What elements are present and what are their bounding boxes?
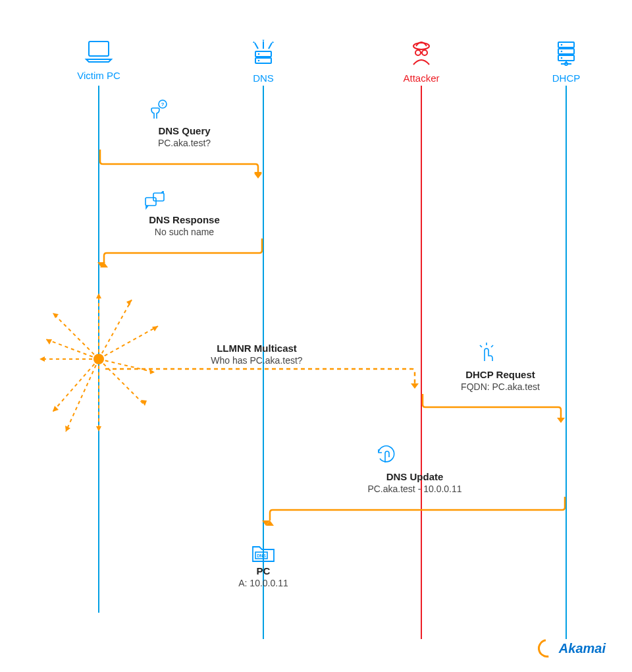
msg-title: DNS Update: [329, 471, 500, 482]
svg-point-3: [258, 53, 260, 55]
actor-label: Victim PC: [59, 70, 138, 81]
actor-label: Attacker: [382, 72, 461, 84]
arrow-llmnr-multicast: [104, 368, 427, 394]
svg-line-32: [66, 359, 99, 432]
svg-rect-21: [145, 198, 156, 206]
msg-dhcp-request: DHCP Request FQDN: PC.aka.test: [434, 369, 566, 392]
svg-line-31: [99, 300, 132, 359]
logo-text: Akamai: [559, 641, 606, 656]
actor-dhcp: DHCP: [527, 40, 606, 84]
msg-title: PC: [211, 565, 316, 576]
svg-rect-2: [255, 58, 271, 63]
actor-victim-pc: Victim PC: [59, 40, 138, 81]
svg-line-37: [491, 345, 493, 347]
svg-point-5: [413, 43, 429, 49]
msg-sub: No such name: [118, 227, 250, 237]
attacker-icon: [407, 40, 436, 66]
msg-llmnr: LLMNR Multicast Who has PC.aka.test?: [178, 343, 336, 366]
msg-title: LLMNR Multicast: [178, 343, 336, 354]
multicast-burst-icon: [26, 280, 171, 445]
msg-dns-update: DNS Update PC.aka.test - 10.0.0.11: [329, 471, 500, 494]
actor-dns: DNS: [224, 40, 303, 84]
msg-title: DNS Query: [118, 125, 250, 136]
svg-line-30: [53, 359, 99, 412]
msg-sub: PC.aka.test - 10.0.0.11: [329, 484, 500, 494]
svg-text:?: ?: [161, 101, 165, 107]
svg-rect-10: [558, 49, 574, 54]
svg-line-34: [46, 339, 99, 359]
svg-point-13: [561, 51, 563, 53]
dhcp-server-icon: [552, 40, 581, 66]
laptop-icon: [84, 40, 113, 63]
msg-title: DHCP Request: [434, 369, 566, 380]
msg-sub: FQDN: PC.aka.test: [434, 381, 566, 392]
lifeline-attacker: [421, 86, 422, 639]
svg-rect-22: [153, 193, 164, 201]
dns-server-icon: [249, 40, 278, 66]
svg-line-36: [480, 345, 482, 347]
svg-line-28: [53, 313, 99, 359]
akamai-logo: Akamai: [538, 639, 606, 658]
msg-dns-query: DNS Query PC.aka.test?: [118, 125, 250, 148]
arrow-dns-update: [262, 495, 567, 528]
svg-point-4: [258, 60, 260, 62]
hand-question-icon: ?: [145, 99, 169, 123]
svg-rect-9: [558, 42, 574, 47]
msg-dns-response: DNS Response No such name: [118, 214, 250, 237]
msg-sub: Who has PC.aka.test?: [178, 355, 336, 366]
actor-attacker: Attacker: [382, 40, 461, 84]
svg-point-12: [561, 44, 563, 46]
msg-sub: PC.aka.test?: [118, 138, 250, 148]
svg-point-7: [422, 50, 427, 55]
arrow-dns-response: [97, 237, 265, 270]
msg-sub: A: 10.0.0.11: [211, 578, 316, 588]
svg-rect-1: [255, 51, 271, 57]
akamai-swoosh-icon: [534, 636, 560, 661]
arrow-dhcp-request: [421, 393, 567, 426]
svg-rect-11: [558, 55, 574, 61]
msg-dns-record: PC A: 10.0.0.11: [211, 565, 316, 588]
msg-title: DNS Response: [118, 214, 250, 225]
hand-refresh-icon: [372, 441, 398, 468]
svg-line-27: [99, 326, 158, 359]
arrow-dns-query: [99, 148, 265, 181]
dns-record-icon: DNS: [250, 540, 276, 564]
svg-rect-0: [89, 42, 109, 56]
svg-point-6: [415, 50, 421, 55]
svg-text:DNS: DNS: [257, 553, 266, 558]
actor-label: DHCP: [527, 72, 606, 84]
svg-point-14: [561, 57, 563, 59]
chat-bubbles-icon: [144, 191, 167, 211]
actor-label: DNS: [224, 72, 303, 84]
hand-click-icon: [474, 341, 498, 365]
lifeline-dhcp: [566, 86, 567, 639]
